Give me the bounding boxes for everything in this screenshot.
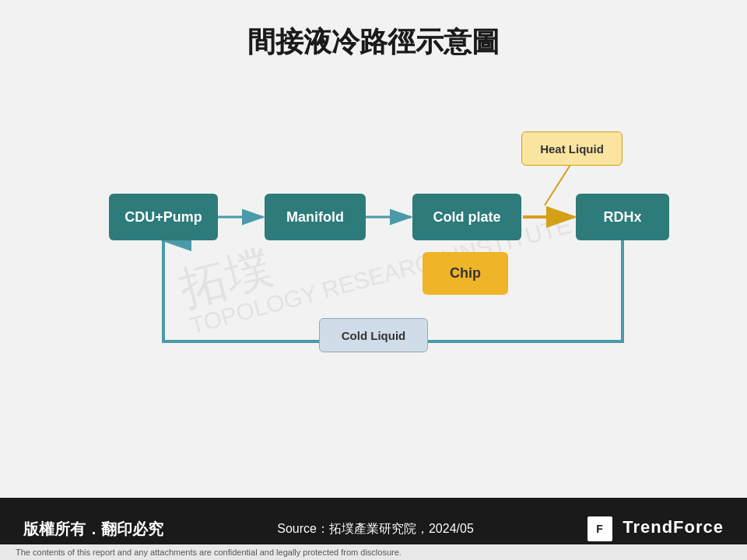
svg-line-7 xyxy=(545,165,570,205)
box-coldplate: Cold plate xyxy=(412,194,521,240)
main-container: 間接液冷路徑示意圖 拓墣 TOPOLOGY RESEARCH INSTITUTE xyxy=(0,0,747,560)
footer-copyright: 版權所有．翻印必究 xyxy=(23,519,163,540)
page-title: 間接液冷路徑示意圖 xyxy=(31,23,716,61)
box-cdu: CDU+Pump xyxy=(109,194,218,240)
box-rdhx: RDHx xyxy=(576,194,669,240)
trendforce-logo-text: F TrendForce xyxy=(587,516,724,541)
box-cold-liquid: Cold Liquid xyxy=(319,318,428,352)
content-area: 間接液冷路徑示意圖 拓墣 TOPOLOGY RESEARCH INSTITUTE xyxy=(0,0,747,498)
box-heat-liquid: Heat Liquid xyxy=(521,131,622,166)
box-chip: Chip xyxy=(423,252,508,295)
footer-source: Source：拓墣產業研究院，2024/05 xyxy=(163,521,587,537)
diagram-area: CDU+Pump Manifold Cold plate RDHx Heat L… xyxy=(31,108,716,380)
tf-icon: F xyxy=(587,516,612,541)
diagram-wrapper: CDU+Pump Manifold Cold plate RDHx Heat L… xyxy=(31,108,716,380)
disclaimer: The contents of this report and any atta… xyxy=(0,544,747,560)
footer-logo: F TrendForce xyxy=(587,516,724,541)
box-manifold: Manifold xyxy=(265,194,366,240)
